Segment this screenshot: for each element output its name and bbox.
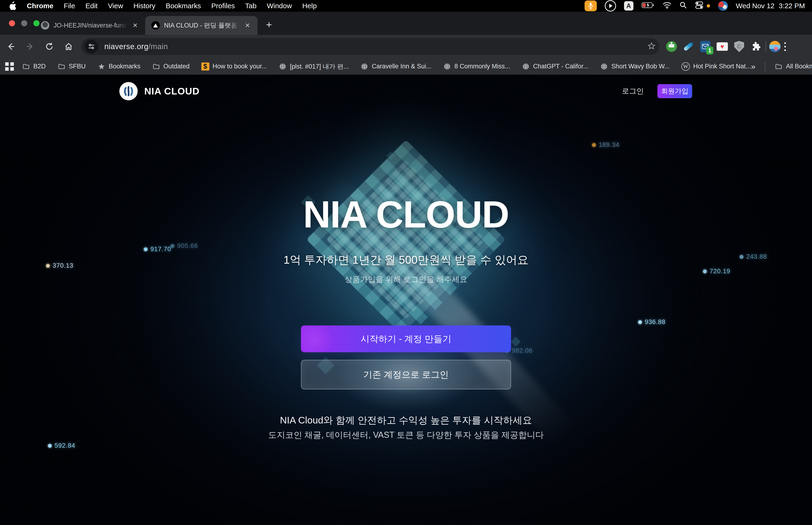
ticker-value: 592.84 [55,442,75,449]
tab-close-icon[interactable]: ✕ [131,21,139,30]
ticker-value: 720.19 [709,268,731,275]
background-ticker: 189.34 [592,141,619,149]
background-ticker: 917.70 [144,245,171,253]
play-glyph [609,4,613,8]
bookmark-8-commonly[interactable]: 8 Commonly Miss... [443,62,510,71]
bookmark-star-icon[interactable] [647,42,656,51]
menu-item-window[interactable]: Window [267,2,292,10]
vercel-favicon [151,21,160,30]
tab-title: NIA CLOUD - 펀딩 플랫폼 [164,21,239,30]
all-bookmarks-button[interactable]: All Bookmarks [775,62,812,71]
extension-heart-mail-icon[interactable]: ♥ [716,41,729,52]
zoom-window-button[interactable] [33,20,40,26]
bookmark-label: Short Wavy Bob W... [611,63,670,70]
new-tab-button[interactable]: + [264,16,274,35]
get-started-button[interactable]: 시작하기 - 계정 만들기 [301,326,511,352]
page-viewport: 189.34905.66917.70370.13243.88720.19936.… [0,75,812,525]
address-bar[interactable]: niaverse.org/main [81,38,659,55]
folder-icon [58,62,65,71]
menu-items: ChromeFileEditViewHistoryBookmarksProfil… [27,2,317,10]
menu-item-help[interactable]: Help [302,2,317,10]
folder-icon [22,62,30,71]
microphone-status-icon[interactable] [585,0,597,11]
bookmark-chatgpt-califor[interactable]: ChatGPT - Califor... [522,62,588,71]
now-playing-icon[interactable] [605,0,616,12]
extension-highlighter-icon[interactable] [682,41,694,52]
globe-icon [361,62,368,71]
menu-item-profiles[interactable]: Profiles [211,2,235,10]
menu-item-view[interactable]: View [108,2,123,10]
menu-item-edit[interactable]: Edit [86,2,98,10]
bookmark-label: Bookmarks [109,63,140,70]
bookmark-bookmarks[interactable]: Bookmarks [97,62,140,71]
extension-robot-icon[interactable] [665,41,678,52]
ticker-value: 982.06 [512,347,533,355]
background-ticker: 905.66 [171,242,198,250]
globe-icon [600,62,608,71]
url-path: /main [149,42,168,51]
folder-icon [775,62,783,71]
profile-avatar[interactable] [769,41,781,52]
bookmark-short-wavy-bob[interactable]: Short Wavy Bob W... [600,62,670,71]
background-ticker: 936.88 [638,318,665,326]
hero-footer-line1: NIA Cloud와 함께 안전하고 수익성 높은 투자를 시작하세요 [0,414,812,427]
bookmark-label: Outdated [164,63,189,70]
bookmark-hot-pink-short[interactable]: WHot Pink Short Nat... [681,62,751,71]
tab-close-icon[interactable]: ✕ [243,21,251,30]
bookmark-how-to-book[interactable]: $How to book your... [201,62,267,71]
apps-grid-icon[interactable] [5,62,14,71]
site-settings-icon[interactable] [85,40,98,53]
control-center-icon[interactable] [695,1,704,11]
background-ticker: 720.19 [703,268,731,275]
tab-github-repo[interactable]: JO-HEEJIN/niaverse-funding ✕ [35,16,145,35]
bookmarks-overflow-chevron[interactable]: » [751,62,754,71]
url-text[interactable]: niaverse.org/main [104,42,168,51]
minimize-window-button[interactable] [21,20,27,26]
bookmark-label: How to book your... [213,63,267,70]
tab-strip: JO-HEEJIN/niaverse-funding ✕ NIA CLOUD -… [0,12,812,35]
folder-icon [152,62,160,71]
bookmarks-divider [765,62,765,71]
input-source-icon[interactable]: A [624,1,633,11]
tab-title: JO-HEEJIN/niaverse-funding [53,22,127,29]
battery-icon[interactable] [641,2,655,10]
menu-item-tab[interactable]: Tab [245,2,256,10]
bookmarks-bar: B2DSFBUBookmarksOutdated$How to book you… [0,58,812,75]
spotlight-search-icon[interactable] [679,1,687,11]
apple-menu-icon[interactable] [9,1,16,11]
back-button[interactable] [2,38,19,55]
wikipedia-w-icon: W [681,62,690,71]
menu-item-chrome[interactable]: Chrome [27,2,53,10]
signup-button[interactable]: 회원가입 [657,84,692,98]
macos-menu-bar: ChromeFileEditViewHistoryBookmarksProfil… [0,0,812,12]
extension-shield-icon[interactable]: C [733,41,745,52]
menu-item-history[interactable]: History [134,2,155,10]
hero-footer-line2: 도지코인 채굴, 데이터센터, VAST 토큰 등 다양한 투자 상품을 제공합… [0,429,812,441]
menu-bar-clock[interactable]: Wed Nov 12 3:22 PM [736,2,805,10]
globe-icon [522,62,530,71]
user-globe-icon[interactable] [718,1,728,11]
bookmark-sfbu[interactable]: SFBU [58,62,86,71]
forward-button[interactable] [21,38,39,55]
home-button[interactable] [60,38,77,55]
dollar-icon: $ [201,62,209,71]
login-link[interactable]: 로그인 [621,86,645,96]
close-window-button[interactable] [9,20,15,26]
nia-cloud-logo[interactable] [119,82,138,100]
extension-mail-icon[interactable]: 1 [699,41,711,52]
url-host: niaverse.org [104,42,149,51]
extensions-puzzle-icon[interactable] [750,41,762,52]
tab-nia-cloud[interactable]: NIA CLOUD - 펀딩 플랫폼 ✕ [145,16,258,35]
menu-item-file[interactable]: File [64,2,75,10]
hero-title: NIA CLOUD [0,195,812,234]
background-ticker: 592.84 [48,442,75,449]
bookmark-b2d[interactable]: B2D [22,62,46,71]
menu-item-bookmarks[interactable]: Bookmarks [166,2,201,10]
reload-button[interactable] [41,38,58,55]
wifi-icon[interactable] [662,2,672,10]
existing-account-login-button[interactable]: 기존 계정으로 로그인 [301,360,511,389]
bookmark-plst-017[interactable]: [plst. #017] 내가 편... [279,62,349,71]
bookmark-caravelle-inn[interactable]: Caravelle Inn & Sui... [361,62,431,71]
bookmark-outdated[interactable]: Outdated [152,62,189,71]
chrome-menu-icon[interactable] [784,42,786,51]
